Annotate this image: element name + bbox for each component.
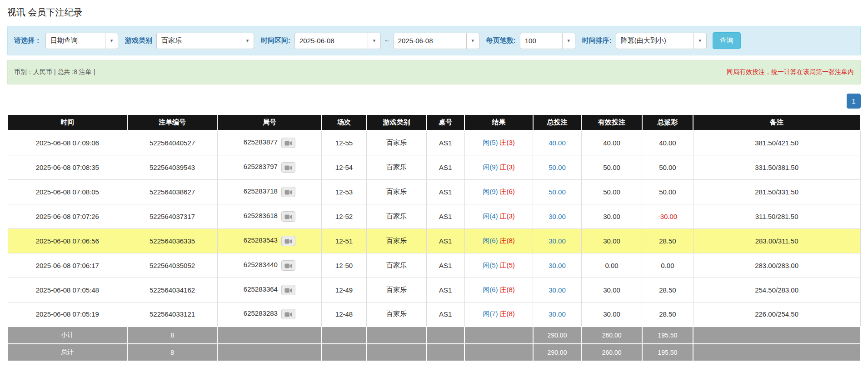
cell-payout: 50.00: [642, 179, 693, 204]
total-bet-link[interactable]: 30.00: [549, 286, 566, 294]
cell-valid-bet: 50.00: [581, 155, 642, 179]
cell-empty: [367, 344, 426, 361]
date-range-separator: ~: [385, 37, 389, 45]
round-id-value: 625283543: [244, 236, 278, 244]
video-icon: [284, 238, 292, 244]
result-player: 闲(9): [483, 188, 498, 195]
result-player: 闲(7): [483, 310, 498, 317]
total-bet-link[interactable]: 30.00: [549, 310, 566, 318]
video-icon: [284, 165, 292, 171]
total-bet-link[interactable]: 30.00: [549, 262, 566, 269]
game-type-select[interactable]: 百家乐 ▾: [156, 33, 254, 49]
summary-bar: 币别：人民币 | 总共 :8 注单 | 同局有效投注，统一计算在该局第一张注单内: [7, 60, 861, 84]
cell-session: 12-51: [321, 228, 366, 253]
cell-empty: [321, 327, 366, 344]
view-video-button[interactable]: [281, 162, 295, 173]
cell-empty: [217, 327, 321, 344]
cell-table-no: AS1: [426, 253, 464, 278]
query-type-select[interactable]: 日期查询 ▾: [45, 33, 118, 49]
cell-empty: [321, 344, 366, 361]
table-row: 2025-06-08 07:05:48 522564034162 6252833…: [8, 278, 860, 302]
total-bet-link[interactable]: 30.00: [549, 213, 566, 220]
cell-payout: 0.00: [642, 253, 693, 278]
cell-payout: 50.00: [642, 155, 693, 179]
col-header-bet-id: 注单编号: [127, 114, 218, 130]
cell-session: 12-50: [321, 253, 366, 278]
cell-table-no: AS1: [426, 302, 464, 327]
view-video-button[interactable]: [281, 260, 295, 271]
cell-round-id: 625283283: [217, 302, 321, 327]
cell-round-id: 625283718: [217, 179, 321, 204]
cell-empty: [693, 327, 860, 344]
cell-remark: 281.50/331.50: [693, 179, 860, 204]
cell-time: 2025-06-08 07:05:19: [8, 302, 127, 327]
cell-valid-bet: 40.00: [581, 130, 642, 155]
cell-valid-bet: 30.00: [581, 204, 642, 228]
total-bet-link[interactable]: 50.00: [549, 188, 566, 196]
game-type-label: 游戏类别: [125, 36, 152, 45]
page-size-select[interactable]: 100 ▾: [520, 33, 575, 49]
total-bet-link[interactable]: 50.00: [549, 164, 566, 171]
result-player: 闲(5): [483, 261, 498, 269]
col-header-table-no: 桌号: [426, 114, 464, 130]
round-id-value: 625283718: [244, 187, 278, 195]
page-button-1[interactable]: 1: [847, 94, 861, 109]
cell-session: 12-48: [321, 302, 366, 327]
cell-time: 2025-06-08 07:06:17: [8, 253, 127, 278]
total-bet-link[interactable]: 30.00: [549, 237, 566, 245]
round-id-value: 625283364: [244, 285, 278, 293]
search-button[interactable]: 查询: [713, 32, 741, 49]
cell-payout: 28.50: [642, 278, 693, 302]
result-banker: 庄(8): [500, 310, 515, 317]
page-title: 视讯 会员下注纪录: [7, 6, 861, 19]
cell-remark: 283.00/283.00: [693, 253, 860, 278]
cell-round-id: 625283797: [217, 155, 321, 179]
cell-session: 12-53: [321, 179, 366, 204]
cell-empty: [367, 327, 426, 344]
date-from-select[interactable]: 2025-06-08 ▾: [294, 33, 381, 49]
chevron-down-icon: ▾: [368, 33, 380, 49]
view-video-button[interactable]: [281, 236, 295, 246]
valid-bet-note: 同局有效投注，统一计算在该局第一张注单内: [727, 68, 854, 76]
col-header-session: 场次: [321, 114, 366, 130]
cell-valid-bet: 30.00: [581, 278, 642, 302]
view-video-button[interactable]: [281, 187, 295, 197]
view-video-button[interactable]: [281, 309, 295, 319]
result-banker: 庄(6): [500, 188, 515, 195]
date-from-value: 2025-06-08: [295, 37, 368, 45]
view-video-button[interactable]: [281, 211, 295, 222]
sort-order-select[interactable]: 降冪(由大到小) ▾: [616, 33, 707, 49]
cell-total-bet: 30.00: [533, 278, 582, 302]
round-id-value: 625283283: [244, 310, 278, 317]
cell-time: 2025-06-08 07:08:05: [8, 179, 127, 204]
subtotal-valid-bet: 260.00: [581, 327, 642, 344]
cell-round-id: 625283618: [217, 204, 321, 228]
page-root: 视讯 会员下注纪录 请选择： 日期查询 ▾ 游戏类别 百家乐 ▾ 时间区间: 2…: [0, 0, 868, 372]
view-video-button[interactable]: [281, 138, 295, 148]
query-type-label: 请选择：: [14, 36, 41, 45]
cell-result: 闲(6)庄(8): [464, 228, 533, 253]
total-total-bet: 290.00: [533, 344, 582, 361]
cell-table-no: AS1: [426, 179, 464, 204]
table-row: 2025-06-08 07:07:26 522564037317 6252836…: [8, 204, 860, 228]
game-type-value: 百家乐: [157, 36, 241, 45]
col-header-remark: 备注: [693, 114, 860, 130]
result-player: 闲(5): [483, 139, 498, 146]
cell-empty: [426, 344, 464, 361]
total-bet-link[interactable]: 40.00: [549, 139, 566, 147]
date-to-value: 2025-06-08: [394, 37, 466, 45]
cell-bet-id: 522564034162: [127, 278, 218, 302]
cell-valid-bet: 30.00: [581, 302, 642, 327]
cell-total-bet: 30.00: [533, 228, 582, 253]
round-id-value: 625283797: [244, 163, 278, 170]
subtotal-label: 小计: [8, 327, 127, 344]
cell-game-type: 百家乐: [367, 204, 426, 228]
round-id-value: 625283877: [244, 138, 278, 146]
table-row: 2025-06-08 07:08:05 522564038627 6252837…: [8, 179, 860, 204]
date-to-select[interactable]: 2025-06-08 ▾: [393, 33, 479, 49]
video-icon: [284, 312, 292, 317]
cell-result: 闲(6)庄(8): [464, 278, 533, 302]
cell-round-id: 625283440: [217, 253, 321, 278]
chevron-down-icon: ▾: [105, 33, 118, 49]
view-video-button[interactable]: [281, 285, 295, 295]
